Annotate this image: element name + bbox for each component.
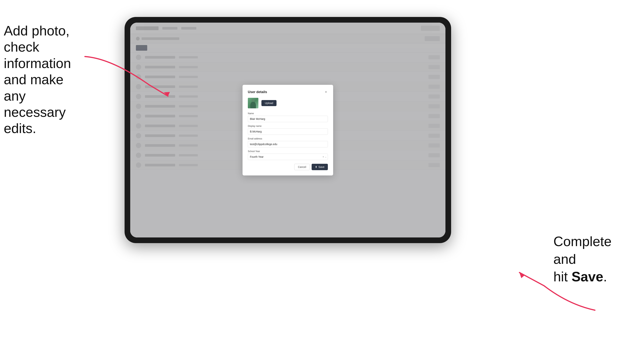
photo-silhouette [250, 102, 256, 108]
school-year-clear-button[interactable]: × [322, 156, 324, 158]
right-annotation-arrow [497, 267, 606, 316]
annotation-left: Add photo, check information and make an… [4, 23, 83, 137]
modal-close-button[interactable]: × [324, 90, 328, 94]
photo-figure [248, 98, 258, 108]
modal-header: User details × [248, 90, 328, 94]
school-year-wrapper: × ⌄ [248, 154, 328, 160]
school-year-label: School Year [248, 150, 328, 153]
school-year-controls: × ⌄ [322, 156, 327, 158]
photo-section: Upload [248, 98, 328, 108]
display-name-input[interactable] [248, 128, 328, 135]
name-label: Name [248, 112, 328, 115]
school-year-field-group: School Year × ⌄ [248, 150, 328, 160]
save-label: Save [318, 166, 324, 169]
name-input[interactable] [248, 116, 328, 122]
modal-footer: Cancel ⬆ Save [248, 164, 328, 170]
display-name-field-group: Display name [248, 125, 328, 135]
school-year-input[interactable] [248, 154, 328, 160]
left-annotation-arrow [74, 51, 183, 100]
save-button[interactable]: ⬆ Save [312, 164, 328, 170]
save-icon: ⬆ [315, 166, 317, 169]
user-photo-thumbnail [248, 98, 258, 108]
email-input[interactable] [248, 141, 328, 147]
email-label: Email address [248, 137, 328, 140]
modal-title: User details [248, 90, 267, 94]
display-name-label: Display name [248, 125, 328, 127]
school-year-dropdown-arrow[interactable]: ⌄ [325, 156, 327, 158]
upload-photo-button[interactable]: Upload [262, 100, 276, 106]
cancel-button[interactable]: Cancel [294, 164, 310, 170]
user-details-modal: User details × Upload Name [242, 85, 333, 175]
name-field-group: Name [248, 112, 328, 122]
email-field-group: Email address [248, 137, 328, 147]
annotation-right-line1: Complete and [554, 234, 612, 267]
